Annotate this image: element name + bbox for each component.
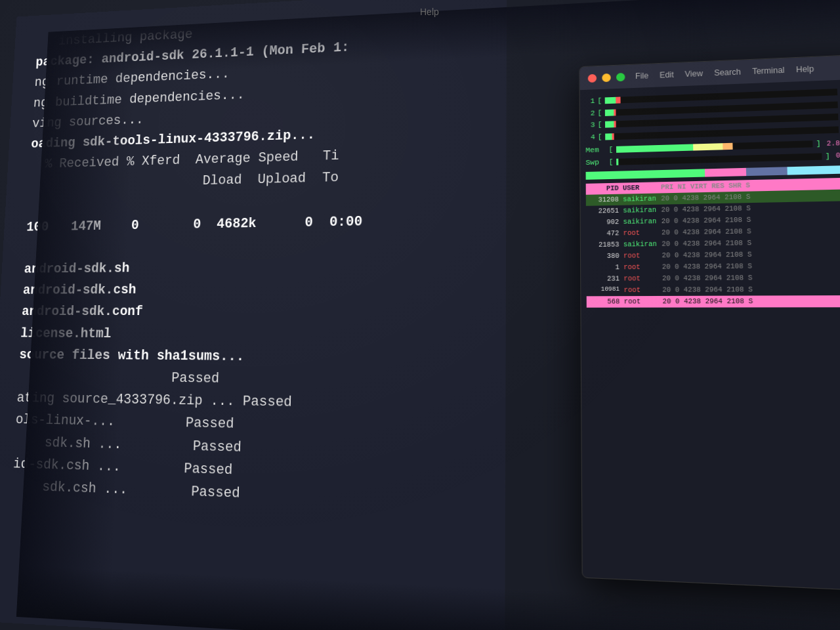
cpu-num-4: 4 [585,132,595,143]
terminal-line: android-sdk.conf [21,300,479,323]
process-rest: 20 0 4238 2964 2108 S [662,296,840,307]
help-label: Help [420,7,439,17]
terminal-left: installing package package: android-sdk … [0,0,507,630]
htop-body: 1 [ ] 6.4% 2 [ [580,79,840,314]
process-pid: 10981 [589,285,624,296]
menu-edit[interactable]: Edit [660,70,674,80]
close-button[interactable] [588,74,597,82]
swp-label: Swp [585,157,606,168]
maximize-button[interactable] [616,72,625,81]
screen-container: installing package package: android-sdk … [0,0,840,630]
terminal-line: installing package [36,9,480,52]
cpu-bracket-open: [ [598,131,602,142]
process-row[interactable]: 568 root 20 0 4238 2964 2108 S [587,295,840,308]
menu-view[interactable]: View [685,69,704,79]
terminal-right: File Edit View Search Terminal Help 1 [ [579,54,840,593]
process-pid: 568 [589,297,624,307]
scene: installing package package: android-sdk … [16,0,840,630]
minimize-button[interactable] [602,73,610,81]
menu-file[interactable]: File [635,71,648,81]
